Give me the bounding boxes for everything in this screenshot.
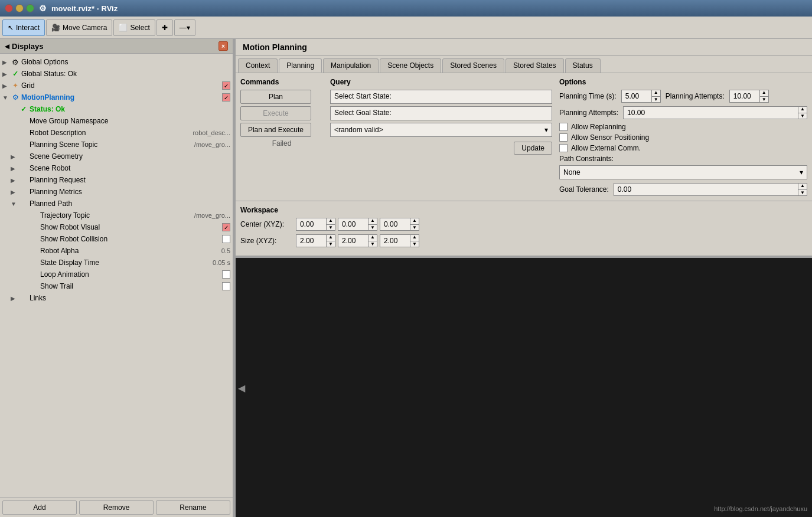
tree-item-trajectory-topic[interactable]: Trajectory Topic /move_gro...: [0, 210, 233, 221]
allow-sensor-checkbox[interactable]: [559, 133, 568, 142]
planning-attempts-arrows[interactable]: ▲ ▼: [759, 90, 768, 103]
tree-item-show-robot-collision[interactable]: Show Robot Collision: [0, 233, 233, 245]
tab-manipulation[interactable]: Manipulation: [323, 58, 379, 73]
tree-item-global-options[interactable]: ▶ ⚙ Global Options: [0, 56, 233, 68]
goal-tolerance-arrows[interactable]: ▲ ▼: [798, 183, 807, 196]
tab-context[interactable]: Context: [238, 58, 278, 73]
tree-item-scene-geometry[interactable]: ▶ Scene Geometry: [0, 150, 233, 162]
size-y-arrows[interactable]: ▲ ▼: [368, 234, 377, 247]
size-x-up[interactable]: ▲: [327, 234, 335, 241]
planning-attempts-up2[interactable]: ▲: [798, 106, 807, 113]
planning-time-up[interactable]: ▲: [652, 90, 660, 97]
viewport-collapse-arrow[interactable]: ◀: [236, 379, 247, 395]
remove-display-button[interactable]: Remove: [79, 500, 154, 515]
tree-item-motion-planning[interactable]: ▼ ⚙ MotionPlanning ✓: [0, 91, 233, 103]
panel-close-button[interactable]: ×: [219, 41, 228, 51]
tab-stored-states[interactable]: Stored States: [506, 58, 564, 73]
tree-item-show-robot-visual[interactable]: Show Robot Visual ✓: [0, 221, 233, 233]
path-constraints-dropdown[interactable]: None ▾: [559, 165, 807, 179]
planning-attempts-spinner[interactable]: 10.00 ▲ ▼: [729, 90, 769, 103]
size-z-down[interactable]: ▼: [410, 241, 419, 248]
size-y-spinner[interactable]: 2.00 ▲ ▼: [338, 234, 377, 247]
center-x-up[interactable]: ▲: [327, 218, 335, 225]
3d-viewport[interactable]: ◀ http://blog.csdn.net/jayandchuxu: [236, 258, 812, 517]
grid-checkbox[interactable]: ✓: [222, 81, 230, 90]
tree-item-planning-metrics[interactable]: ▶ Planning Metrics: [0, 186, 233, 198]
add-button[interactable]: ✚: [156, 19, 173, 36]
center-z-spinner[interactable]: 0.00 ▲ ▼: [380, 218, 419, 231]
minimize-button[interactable]: [15, 4, 24, 12]
show-trail-checkbox[interactable]: [222, 282, 230, 290]
center-x-arrows[interactable]: ▲ ▼: [326, 218, 335, 231]
size-y-down[interactable]: ▼: [369, 241, 377, 248]
maximize-button[interactable]: [26, 4, 34, 12]
allow-external-checkbox[interactable]: [559, 144, 568, 152]
close-button[interactable]: [5, 4, 13, 12]
tab-scene-objects[interactable]: Scene Objects: [380, 58, 441, 73]
rename-display-button[interactable]: Rename: [156, 500, 230, 515]
tree-item-grid[interactable]: ▶ ✦ Grid ✓: [0, 80, 233, 91]
tree-item-global-status[interactable]: ▶ ✓ Global Status: Ok: [0, 68, 233, 80]
tree-item-move-group-ns[interactable]: Move Group Namespace: [0, 115, 233, 127]
center-x-down[interactable]: ▼: [327, 225, 335, 231]
planning-attempts-up[interactable]: ▲: [760, 90, 768, 97]
goal-tolerance-down[interactable]: ▼: [798, 190, 807, 197]
size-x-down[interactable]: ▼: [327, 241, 335, 248]
tree-item-show-trail[interactable]: Show Trail: [0, 280, 233, 292]
center-y-down[interactable]: ▼: [369, 225, 377, 231]
planning-attempts-down2[interactable]: ▼: [798, 113, 807, 120]
move-camera-button[interactable]: 🎥 Move Camera: [46, 19, 112, 36]
tab-stored-scenes[interactable]: Stored Scenes: [442, 58, 504, 73]
update-button[interactable]: Update: [514, 142, 552, 155]
planning-time-arrows[interactable]: ▲ ▼: [651, 90, 660, 103]
tree-item-planned-path[interactable]: ▼ Planned Path: [0, 198, 233, 210]
tree-item-scene-robot[interactable]: ▶ Scene Robot: [0, 162, 233, 174]
size-z-arrows[interactable]: ▲ ▼: [410, 234, 419, 247]
size-x-spinner[interactable]: 2.00 ▲ ▼: [296, 234, 335, 247]
allow-replanning-checkbox[interactable]: [559, 123, 568, 131]
tab-planning[interactable]: Planning: [279, 58, 322, 73]
size-y-up[interactable]: ▲: [369, 234, 377, 241]
interact-button[interactable]: ↖ Interact: [2, 19, 45, 36]
tree-item-loop-animation[interactable]: Loop Animation: [0, 269, 233, 280]
center-y-up[interactable]: ▲: [369, 218, 377, 225]
planning-attempts-down[interactable]: ▼: [760, 97, 768, 103]
add-display-button[interactable]: Add: [2, 500, 77, 515]
tree-item-robot-alpha[interactable]: Robot Alpha 0.5: [0, 245, 233, 257]
center-x-spinner[interactable]: 0.00 ▲ ▼: [296, 218, 335, 231]
tree-item-status-ok[interactable]: ✓ Status: Ok: [0, 103, 233, 115]
center-y-arrows[interactable]: ▲ ▼: [368, 218, 377, 231]
tree-item-links[interactable]: ▶ Links: [0, 292, 233, 304]
size-z-spinner[interactable]: 2.00 ▲ ▼: [380, 234, 419, 247]
goal-tolerance-spinner[interactable]: 0.00 ▲ ▼: [614, 183, 807, 196]
plan-execute-button[interactable]: Plan and Execute: [240, 123, 311, 137]
center-z-up[interactable]: ▲: [410, 218, 419, 225]
center-z-arrows[interactable]: ▲ ▼: [410, 218, 419, 231]
show-robot-visual-checkbox[interactable]: ✓: [222, 223, 230, 231]
window-controls[interactable]: [5, 4, 34, 12]
size-z-up[interactable]: ▲: [410, 234, 419, 241]
tree-item-state-display-time[interactable]: State Display Time 0.05 s: [0, 257, 233, 269]
center-y-spinner[interactable]: 0.00 ▲ ▼: [338, 218, 377, 231]
spacer-icon: [19, 128, 28, 138]
allow-external-label: Allow External Comm.: [571, 144, 641, 152]
plan-button[interactable]: Plan: [240, 90, 311, 104]
random-valid-dropdown[interactable]: <random valid> ▾: [330, 123, 552, 137]
tab-status[interactable]: Status: [565, 58, 601, 73]
execute-button[interactable]: Execute: [240, 106, 311, 120]
tree-item-robot-description[interactable]: Robot Description robot_desc...: [0, 127, 233, 139]
planning-attempts-spinner2[interactable]: 10.00 ▲ ▼: [623, 106, 807, 119]
show-robot-collision-checkbox[interactable]: [222, 235, 230, 243]
motion-planning-checkbox[interactable]: ✓: [222, 93, 230, 102]
center-z-down[interactable]: ▼: [410, 225, 419, 231]
select-button[interactable]: ⬜ Select: [113, 19, 155, 36]
planning-attempts-arrows2[interactable]: ▲ ▼: [798, 106, 807, 119]
planning-time-spinner[interactable]: 5.00 ▲ ▼: [621, 90, 661, 103]
tree-item-planning-request[interactable]: ▶ Planning Request: [0, 174, 233, 186]
loop-animation-checkbox[interactable]: [222, 270, 230, 279]
tree-item-planning-scene-topic[interactable]: Planning Scene Topic /move_gro...: [0, 139, 233, 150]
planning-time-down[interactable]: ▼: [652, 97, 660, 103]
minus-button[interactable]: —▾: [174, 19, 195, 36]
size-x-arrows[interactable]: ▲ ▼: [326, 234, 335, 247]
goal-tolerance-up[interactable]: ▲: [798, 183, 807, 190]
